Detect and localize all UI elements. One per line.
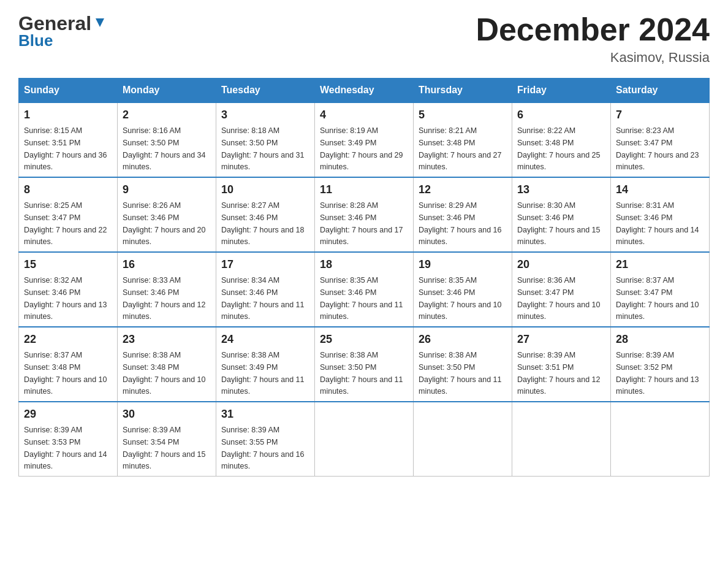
day-number: 14 (616, 182, 704, 198)
calendar-body: 1Sunrise: 8:15 AMSunset: 3:51 PMDaylight… (19, 102, 710, 477)
calendar-day-cell: 1Sunrise: 8:15 AMSunset: 3:51 PMDaylight… (19, 102, 118, 177)
day-info: Sunrise: 8:22 AMSunset: 3:48 PMDaylight:… (517, 126, 601, 171)
day-info: Sunrise: 8:30 AMSunset: 3:46 PMDaylight:… (517, 201, 601, 246)
logo-blue-text: Blue (18, 31, 53, 50)
calendar-day-cell: 17Sunrise: 8:34 AMSunset: 3:46 PMDayligh… (216, 252, 315, 327)
calendar-week-row: 15Sunrise: 8:32 AMSunset: 3:46 PMDayligh… (19, 252, 710, 327)
day-number: 18 (320, 256, 408, 273)
day-info: Sunrise: 8:39 AMSunset: 3:51 PMDaylight:… (517, 351, 601, 396)
day-of-week-header: Wednesday (315, 79, 414, 103)
day-info: Sunrise: 8:38 AMSunset: 3:48 PMDaylight:… (123, 351, 206, 396)
day-info: Sunrise: 8:19 AMSunset: 3:49 PMDaylight:… (320, 126, 403, 171)
day-number: 25 (320, 331, 408, 348)
day-info: Sunrise: 8:25 AMSunset: 3:47 PMDaylight:… (24, 201, 107, 246)
day-info: Sunrise: 8:21 AMSunset: 3:48 PMDaylight:… (419, 126, 502, 171)
day-number: 10 (221, 182, 309, 198)
calendar-day-cell (315, 402, 414, 477)
calendar-day-cell: 26Sunrise: 8:38 AMSunset: 3:50 PMDayligh… (414, 327, 512, 402)
day-info: Sunrise: 8:39 AMSunset: 3:52 PMDaylight:… (616, 351, 699, 396)
calendar-day-cell: 16Sunrise: 8:33 AMSunset: 3:46 PMDayligh… (118, 252, 216, 327)
day-info: Sunrise: 8:28 AMSunset: 3:46 PMDaylight:… (320, 201, 403, 246)
day-number: 22 (24, 331, 112, 348)
day-info: Sunrise: 8:34 AMSunset: 3:46 PMDaylight:… (221, 276, 305, 321)
calendar-day-cell: 31Sunrise: 8:39 AMSunset: 3:55 PMDayligh… (216, 402, 315, 477)
calendar-header: SundayMondayTuesdayWednesdayThursdayFrid… (19, 79, 710, 103)
page-subtitle: Kasimov, Russia (476, 50, 710, 66)
logo-arrow-icon (93, 16, 107, 32)
day-info: Sunrise: 8:37 AMSunset: 3:47 PMDaylight:… (616, 276, 699, 321)
calendar-day-cell: 10Sunrise: 8:27 AMSunset: 3:46 PMDayligh… (216, 177, 315, 252)
svg-marker-0 (96, 18, 104, 27)
calendar-day-cell: 18Sunrise: 8:35 AMSunset: 3:46 PMDayligh… (315, 252, 414, 327)
day-number: 4 (320, 107, 408, 123)
calendar-day-cell: 19Sunrise: 8:35 AMSunset: 3:46 PMDayligh… (414, 252, 512, 327)
calendar-day-cell: 28Sunrise: 8:39 AMSunset: 3:52 PMDayligh… (611, 327, 710, 402)
page-title: December 2024 (476, 12, 710, 47)
calendar-table: SundayMondayTuesdayWednesdayThursdayFrid… (18, 78, 710, 477)
calendar-day-cell: 27Sunrise: 8:39 AMSunset: 3:51 PMDayligh… (512, 327, 611, 402)
calendar-day-cell: 11Sunrise: 8:28 AMSunset: 3:46 PMDayligh… (315, 177, 414, 252)
calendar-day-cell: 21Sunrise: 8:37 AMSunset: 3:47 PMDayligh… (611, 252, 710, 327)
day-number: 6 (517, 107, 605, 123)
day-number: 28 (616, 331, 704, 348)
calendar-day-cell: 12Sunrise: 8:29 AMSunset: 3:46 PMDayligh… (414, 177, 512, 252)
day-info: Sunrise: 8:38 AMSunset: 3:50 PMDaylight:… (320, 351, 403, 396)
day-number: 19 (419, 256, 507, 273)
calendar-week-row: 22Sunrise: 8:37 AMSunset: 3:48 PMDayligh… (19, 327, 710, 402)
day-number: 20 (517, 256, 605, 273)
day-number: 26 (419, 331, 507, 348)
day-of-week-header: Tuesday (216, 79, 315, 103)
calendar-day-cell: 8Sunrise: 8:25 AMSunset: 3:47 PMDaylight… (19, 177, 118, 252)
calendar-day-cell: 9Sunrise: 8:26 AMSunset: 3:46 PMDaylight… (118, 177, 216, 252)
calendar-day-cell: 2Sunrise: 8:16 AMSunset: 3:50 PMDaylight… (118, 102, 216, 177)
day-info: Sunrise: 8:32 AMSunset: 3:46 PMDaylight:… (24, 276, 107, 321)
day-number: 29 (24, 406, 112, 423)
calendar-day-cell: 14Sunrise: 8:31 AMSunset: 3:46 PMDayligh… (611, 177, 710, 252)
calendar-week-row: 29Sunrise: 8:39 AMSunset: 3:53 PMDayligh… (19, 402, 710, 477)
day-info: Sunrise: 8:26 AMSunset: 3:46 PMDaylight:… (123, 201, 206, 246)
day-info: Sunrise: 8:36 AMSunset: 3:47 PMDaylight:… (517, 276, 601, 321)
day-of-week-header: Friday (512, 79, 611, 103)
day-number: 8 (24, 182, 112, 198)
header-row: SundayMondayTuesdayWednesdayThursdayFrid… (19, 79, 710, 103)
calendar-day-cell: 7Sunrise: 8:23 AMSunset: 3:47 PMDaylight… (611, 102, 710, 177)
day-info: Sunrise: 8:29 AMSunset: 3:46 PMDaylight:… (419, 201, 502, 246)
calendar-day-cell: 15Sunrise: 8:32 AMSunset: 3:46 PMDayligh… (19, 252, 118, 327)
day-info: Sunrise: 8:38 AMSunset: 3:50 PMDaylight:… (419, 351, 502, 396)
calendar-day-cell: 13Sunrise: 8:30 AMSunset: 3:46 PMDayligh… (512, 177, 611, 252)
day-info: Sunrise: 8:37 AMSunset: 3:48 PMDaylight:… (24, 351, 107, 396)
day-info: Sunrise: 8:38 AMSunset: 3:49 PMDaylight:… (221, 351, 305, 396)
day-number: 11 (320, 182, 408, 198)
calendar-day-cell (414, 402, 512, 477)
day-info: Sunrise: 8:18 AMSunset: 3:50 PMDaylight:… (221, 126, 305, 171)
logo: General Blue (18, 12, 107, 50)
day-info: Sunrise: 8:15 AMSunset: 3:51 PMDaylight:… (24, 126, 107, 171)
day-info: Sunrise: 8:39 AMSunset: 3:54 PMDaylight:… (123, 426, 206, 470)
day-info: Sunrise: 8:39 AMSunset: 3:55 PMDaylight:… (221, 426, 305, 470)
day-of-week-header: Thursday (414, 79, 512, 103)
calendar-day-cell: 20Sunrise: 8:36 AMSunset: 3:47 PMDayligh… (512, 252, 611, 327)
day-number: 1 (24, 107, 112, 123)
day-number: 7 (616, 107, 704, 123)
day-number: 21 (616, 256, 704, 273)
calendar-day-cell: 4Sunrise: 8:19 AMSunset: 3:49 PMDaylight… (315, 102, 414, 177)
calendar-day-cell (611, 402, 710, 477)
calendar-day-cell: 22Sunrise: 8:37 AMSunset: 3:48 PMDayligh… (19, 327, 118, 402)
day-number: 5 (419, 107, 507, 123)
day-number: 9 (123, 182, 211, 198)
calendar-day-cell: 24Sunrise: 8:38 AMSunset: 3:49 PMDayligh… (216, 327, 315, 402)
day-info: Sunrise: 8:23 AMSunset: 3:47 PMDaylight:… (616, 126, 699, 171)
day-number: 27 (517, 331, 605, 348)
calendar-week-row: 8Sunrise: 8:25 AMSunset: 3:47 PMDaylight… (19, 177, 710, 252)
day-number: 3 (221, 107, 309, 123)
day-info: Sunrise: 8:35 AMSunset: 3:46 PMDaylight:… (320, 276, 403, 321)
calendar-day-cell: 3Sunrise: 8:18 AMSunset: 3:50 PMDaylight… (216, 102, 315, 177)
calendar-day-cell: 30Sunrise: 8:39 AMSunset: 3:54 PMDayligh… (118, 402, 216, 477)
calendar-day-cell: 23Sunrise: 8:38 AMSunset: 3:48 PMDayligh… (118, 327, 216, 402)
calendar-day-cell: 6Sunrise: 8:22 AMSunset: 3:48 PMDaylight… (512, 102, 611, 177)
day-of-week-header: Sunday (19, 79, 118, 103)
calendar-day-cell: 25Sunrise: 8:38 AMSunset: 3:50 PMDayligh… (315, 327, 414, 402)
day-number: 2 (123, 107, 211, 123)
day-number: 16 (123, 256, 211, 273)
day-info: Sunrise: 8:31 AMSunset: 3:46 PMDaylight:… (616, 201, 699, 246)
